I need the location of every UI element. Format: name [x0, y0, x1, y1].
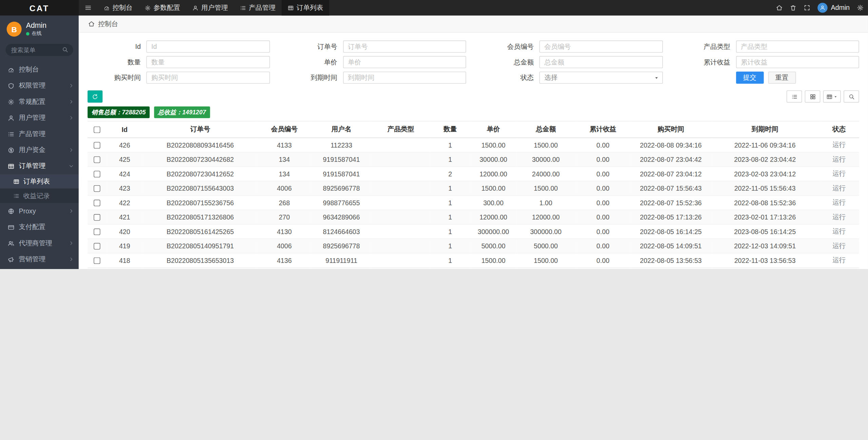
sales-total-label: 销售总额：	[92, 109, 122, 115]
cell-0: 420	[106, 224, 143, 239]
cell-8: 0.00	[575, 224, 631, 239]
row-checkbox[interactable]	[94, 243, 100, 250]
sidebar-item-3[interactable]: 用户管理	[0, 110, 79, 126]
expand-icon	[804, 4, 810, 11]
breadcrumb-label: 控制台	[98, 19, 118, 28]
cell-0: 421	[106, 210, 143, 225]
row-checkbox-cell	[87, 210, 106, 225]
cell-9: 2022-08-07 23:04:12	[631, 167, 711, 181]
row-checkbox[interactable]	[94, 171, 100, 178]
row-checkbox[interactable]	[94, 142, 100, 149]
filter-input-4[interactable]	[146, 56, 270, 68]
user-menu[interactable]: Admin	[817, 3, 850, 13]
export-button[interactable]	[823, 90, 841, 102]
columns-button[interactable]	[805, 90, 821, 102]
sidebar-item-4[interactable]: 产品管理	[0, 126, 79, 142]
home-button[interactable]	[776, 4, 783, 11]
filter-input-2[interactable]	[539, 40, 663, 53]
sidebar-toggle-button[interactable]	[79, 0, 98, 16]
brand-logo[interactable]: CAT	[0, 0, 79, 16]
sidebar-subitem-1[interactable]: 收益记录	[0, 189, 79, 203]
cell-1: B20220807155643003	[143, 181, 257, 196]
filter-input-5[interactable]	[343, 56, 466, 68]
filter-input-9[interactable]	[343, 72, 466, 84]
row-checkbox-cell	[87, 253, 106, 268]
sidebar-submenu: 订单列表收益记录	[0, 174, 79, 203]
row-checkbox[interactable]	[94, 157, 100, 164]
sidebar-item-1[interactable]: 权限管理	[0, 78, 79, 94]
row-checkbox[interactable]	[94, 257, 100, 264]
filter-input-6[interactable]	[539, 56, 663, 68]
row-checkbox[interactable]	[94, 229, 100, 235]
filter-input-8[interactable]	[146, 72, 270, 84]
row-checkbox[interactable]	[94, 214, 100, 221]
sidebar-user-name: Admin	[26, 21, 46, 30]
sidebar-item-5[interactable]: 用户资金	[0, 142, 79, 158]
column-header-11: 状态	[819, 121, 859, 138]
cell-11: 运行	[819, 138, 859, 152]
search-toggle-button[interactable]	[844, 90, 859, 102]
sidebar-item-8[interactable]: 支付配置	[0, 219, 79, 235]
cell-11: 运行	[819, 210, 859, 225]
top-navbar: CAT 控制台参数配置用户管理产品管理订单列表 Admin	[0, 0, 868, 16]
row-checkbox[interactable]	[94, 186, 100, 192]
cell-5: 1	[430, 195, 470, 210]
cell-9: 2022-08-07 23:04:42	[631, 152, 711, 167]
settings-button[interactable]	[857, 4, 864, 11]
chev-d-icon	[69, 164, 74, 169]
cell-8: 0.00	[575, 239, 631, 253]
sidebar-item-0[interactable]: 控制台	[0, 62, 79, 78]
chev-r-icon	[69, 241, 74, 246]
table-row: 426B20220808093416456413311223311500.001…	[87, 138, 859, 152]
filter-input-0[interactable]	[146, 40, 270, 53]
fullscreen-button[interactable]	[804, 4, 810, 11]
topnav-item-4[interactable]: 订单列表	[281, 0, 329, 16]
select-all-checkbox[interactable]	[94, 127, 100, 133]
cell-9: 2022-08-05 17:13:26	[631, 210, 711, 225]
cell-0: 423	[106, 181, 143, 196]
cell-4	[372, 268, 430, 269]
cell-8: 0.00	[575, 138, 631, 152]
table-toolbar	[87, 90, 859, 102]
status-select[interactable]: 选择	[539, 72, 663, 84]
sidebar-item-9[interactable]: 代理商管理	[0, 235, 79, 251]
filter-input-1[interactable]	[343, 40, 466, 53]
sidebar-item-2[interactable]: 常规配置	[0, 94, 79, 110]
sidebar-item-11[interactable]: 汇率管理	[0, 267, 79, 269]
cell-6: 1500.00	[470, 253, 517, 268]
filter-input-3[interactable]	[736, 40, 859, 53]
gauge-icon	[104, 5, 110, 11]
submit-button[interactable]: 提交	[736, 72, 764, 84]
sidebar-item-7[interactable]: Proxy	[0, 203, 79, 219]
topnav-item-1[interactable]: 参数配置	[139, 0, 186, 16]
cell-2: 4006	[257, 181, 311, 196]
row-checkbox[interactable]	[94, 200, 100, 207]
column-header-8: 累计收益	[575, 121, 631, 138]
user-icon	[8, 115, 15, 121]
table-icon	[13, 178, 19, 185]
cell-11: 运行	[819, 268, 859, 269]
refresh-button[interactable]	[87, 90, 102, 102]
reset-button[interactable]: 重置	[768, 72, 796, 84]
topnav-item-3[interactable]: 产品管理	[234, 0, 282, 16]
topnav-item-2[interactable]: 用户管理	[186, 0, 234, 16]
column-header-9: 购买时间	[631, 121, 711, 138]
sidebar-item-6[interactable]: 订单管理	[0, 158, 79, 174]
topnav-item-0[interactable]: 控制台	[98, 0, 139, 16]
sales-total-badge: 销售总额：7288205	[87, 107, 150, 118]
cell-3: 8925696778	[311, 239, 371, 253]
table-row: 420B202208051614252654130812466460313000…	[87, 224, 859, 239]
table-row: 425B202208072304426821349191587041130000…	[87, 152, 859, 167]
clear-cache-button[interactable]	[790, 4, 796, 11]
chev-r-icon	[69, 115, 74, 120]
sidebar-item-10[interactable]: 营销管理	[0, 251, 79, 267]
sidebar-subitem-0[interactable]: 订单列表	[0, 174, 79, 189]
list-icon	[8, 131, 15, 137]
home-icon	[776, 4, 783, 11]
cell-11: 运行	[819, 253, 859, 268]
filter-input-7[interactable]	[736, 56, 859, 68]
toggle-view-button[interactable]	[787, 90, 802, 102]
filter-field-6: 总金额	[480, 56, 663, 68]
filter-label: 会员编号	[480, 42, 539, 51]
column-header-5: 数量	[430, 121, 470, 138]
